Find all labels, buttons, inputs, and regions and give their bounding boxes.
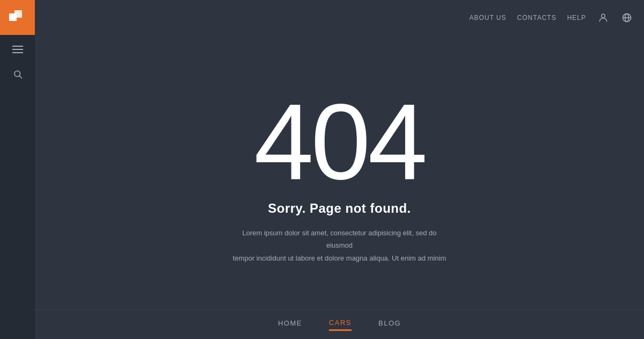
nav-contacts[interactable]: COnTACTS (517, 14, 557, 21)
nav-about[interactable]: ABOUT US (469, 14, 506, 21)
svg-line-7 (19, 76, 21, 78)
left-sidebar (0, 35, 35, 339)
hamburger-line-2 (12, 49, 23, 50)
bottom-tabs: HOME CARS BLOG (35, 309, 644, 339)
tab-home[interactable]: HOME (278, 319, 302, 330)
globe-icon[interactable] (620, 11, 633, 24)
search-icon[interactable] (13, 69, 23, 79)
tab-blog[interactable]: BLOG (378, 319, 401, 330)
logo-box[interactable] (0, 0, 35, 35)
main-layout: 404 Sorry. Page not found. Lorem ipsum d… (0, 35, 644, 339)
top-nav: ABOUT US COnTACTS HELP (0, 0, 644, 35)
error-description: Lorem ipsum dolor sit amet, consectetur … (232, 227, 447, 264)
tab-cars[interactable]: CARS (329, 319, 352, 331)
nav-help[interactable]: HELP (567, 14, 586, 21)
nav-links: ABOUT US COnTACTS HELP (469, 11, 644, 24)
hamburger-line-3 (12, 52, 23, 53)
svg-point-2 (602, 14, 605, 18)
error-title: Sorry. Page not found. (268, 201, 411, 216)
svg-rect-1 (14, 10, 22, 18)
user-icon[interactable] (597, 11, 610, 24)
logo-icon (8, 8, 27, 27)
hamburger-line-1 (12, 46, 23, 47)
error-code: 404 (254, 88, 425, 196)
content-area: 404 Sorry. Page not found. Lorem ipsum d… (35, 35, 644, 339)
hamburger-icon[interactable] (12, 46, 23, 53)
